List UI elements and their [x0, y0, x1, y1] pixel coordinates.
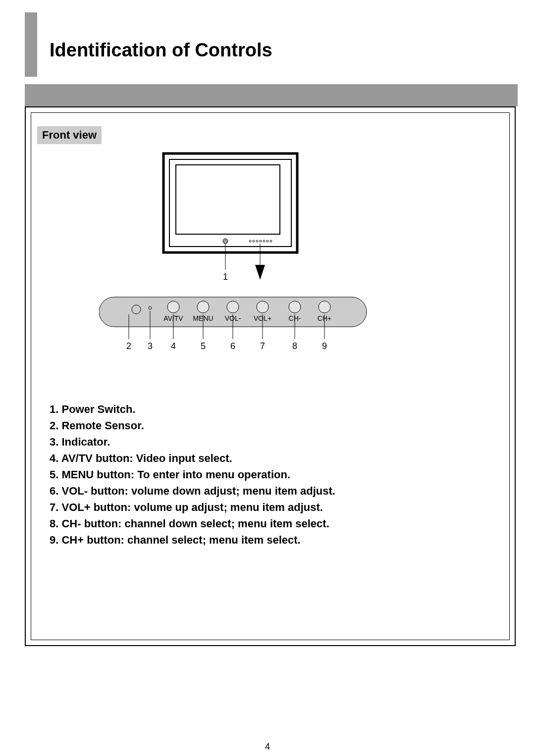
- header-tab: [25, 12, 37, 77]
- front-view-diagram: 1 AV/TV MENU: [99, 149, 446, 388]
- svg-point-17: [227, 301, 239, 313]
- header-bar: [25, 84, 518, 106]
- panel-callout: 3: [148, 341, 153, 351]
- list-item: 3. Indicator.: [50, 434, 335, 450]
- svg-point-9: [267, 240, 268, 242]
- list-item: 6. VOL- button: volume down adjust; menu…: [50, 483, 335, 499]
- list-item: 7. VOL+ button: volume up adjust; menu i…: [50, 499, 335, 515]
- list-item: 5. MENU button: To enter into menu opera…: [50, 466, 335, 483]
- tv-callout-1: 1: [223, 272, 228, 282]
- diagram-svg: 1 AV/TV MENU: [99, 149, 446, 386]
- panel-callout: 7: [260, 341, 265, 351]
- svg-point-10: [270, 240, 272, 242]
- svg-point-4: [249, 240, 251, 242]
- list-item: 2. Remote Sensor.: [50, 417, 335, 434]
- list-item: 1. Power Switch.: [50, 401, 335, 417]
- svg-point-16: [197, 301, 209, 313]
- front-view-badge: Front view: [37, 126, 102, 144]
- svg-rect-0: [163, 153, 297, 252]
- panel-callout: 2: [126, 341, 131, 351]
- svg-point-3: [223, 239, 228, 244]
- list-item: 8. CH- button: channel down select; menu…: [50, 515, 335, 532]
- svg-point-19: [289, 301, 301, 313]
- svg-point-20: [319, 301, 330, 313]
- list-item: 4. AV/TV button: Video input select.: [50, 450, 335, 466]
- svg-point-8: [263, 240, 265, 242]
- page-title: Identification of Controls: [50, 40, 272, 61]
- svg-point-5: [253, 240, 255, 242]
- panel-callout: 5: [201, 341, 206, 351]
- tv-icon: 1: [163, 153, 297, 282]
- svg-point-15: [167, 301, 179, 313]
- svg-point-6: [256, 240, 258, 242]
- svg-rect-1: [169, 159, 291, 247]
- svg-point-18: [257, 301, 268, 313]
- panel-callout: 8: [292, 341, 297, 351]
- controls-list: 1. Power Switch. 2. Remote Sensor. 3. In…: [50, 401, 335, 548]
- svg-point-7: [260, 240, 262, 242]
- list-item: 9. CH+ button: channel select; menu item…: [50, 532, 335, 548]
- panel-callout: 6: [230, 341, 235, 351]
- arrow-down-icon: [255, 265, 265, 280]
- page-number: 4: [0, 742, 535, 752]
- panel-callout: 4: [171, 341, 176, 351]
- control-panel-icon: AV/TV MENU VOL- VOL+ CH- CH+: [99, 297, 367, 351]
- panel-callout: 9: [322, 341, 327, 351]
- svg-rect-2: [176, 165, 280, 234]
